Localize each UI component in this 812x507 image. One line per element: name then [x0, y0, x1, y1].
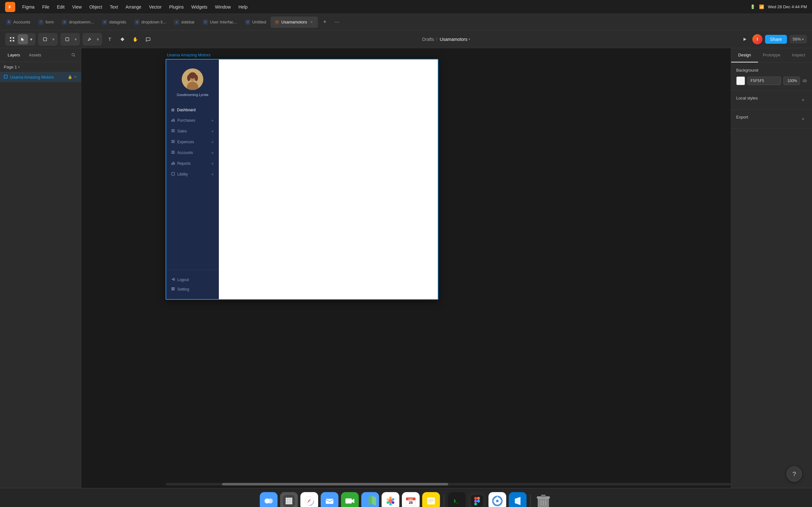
- background-color-swatch[interactable]: [736, 76, 745, 85]
- layer-usama-amazing-motors[interactable]: Usama Amazing Motors 🔒 👁: [0, 72, 81, 82]
- menu-text[interactable]: Text: [107, 3, 121, 11]
- tab-datagrids[interactable]: d datagrids: [98, 16, 130, 28]
- menu-widgets[interactable]: Widgets: [188, 3, 211, 11]
- dock-trash[interactable]: [535, 492, 552, 507]
- dock-terminal[interactable]: $_: [448, 492, 466, 507]
- logout-icon: [171, 278, 175, 282]
- help-button[interactable]: ?: [786, 466, 802, 482]
- breadcrumb-separator: /: [436, 37, 437, 42]
- tab-prototype[interactable]: Prototype: [758, 48, 785, 62]
- libility-nav-plus[interactable]: +: [211, 172, 214, 177]
- breadcrumb-drafts[interactable]: Drafts: [422, 37, 434, 42]
- expences-nav-plus[interactable]: +: [211, 139, 214, 145]
- tab-layers[interactable]: Layers: [4, 51, 24, 59]
- tab-inspect[interactable]: Inspect: [785, 48, 812, 62]
- svg-rect-58: [345, 498, 352, 504]
- shape-tool-dropdown[interactable]: ▾: [73, 34, 78, 44]
- layer-visible-icon[interactable]: 👁: [73, 75, 77, 79]
- tab-design[interactable]: Design: [731, 48, 758, 62]
- dock-photos[interactable]: [382, 492, 399, 507]
- menu-view[interactable]: View: [69, 3, 85, 11]
- purchases-nav-plus[interactable]: +: [211, 118, 214, 123]
- dock-notes[interactable]: [422, 492, 440, 507]
- accounts-nav-icon: [171, 151, 175, 155]
- tab-dropdownm[interactable]: d dropdownm...: [58, 16, 98, 28]
- background-hex-input[interactable]: F5F5F5: [748, 77, 781, 85]
- design-nav-sales[interactable]: Sales +: [166, 126, 219, 136]
- frame-tool[interactable]: [40, 34, 50, 44]
- tab-userinterface[interactable]: U User Interfac...: [199, 16, 241, 28]
- dock-safari[interactable]: [300, 492, 318, 507]
- dock-figma[interactable]: [468, 492, 486, 507]
- design-nav-setting[interactable]: Setting: [171, 285, 214, 294]
- background-visibility-toggle[interactable]: [803, 78, 807, 83]
- menu-vector[interactable]: Vector: [146, 3, 165, 11]
- menu-help[interactable]: Help: [235, 3, 251, 11]
- tab-usamamotors-close[interactable]: ✕: [309, 20, 314, 25]
- tab-assets[interactable]: Assets: [25, 51, 45, 59]
- canvas-area[interactable]: Usama Amazing Motors: [81, 48, 731, 488]
- svg-rect-26: [171, 151, 175, 152]
- menu-object[interactable]: Object: [86, 3, 105, 11]
- design-nav-libility[interactable]: Libility +: [166, 169, 219, 180]
- local-styles-add-button[interactable]: +: [799, 96, 807, 104]
- grid-tool[interactable]: [7, 34, 17, 44]
- hand-tool[interactable]: ✋: [130, 34, 140, 44]
- design-nav-reports[interactable]: Reports +: [166, 158, 219, 169]
- tab-usamamotors[interactable]: U Usamamotors ✕: [270, 16, 318, 28]
- svg-rect-56: [326, 499, 334, 504]
- dock-mail[interactable]: [321, 492, 339, 507]
- design-nav-dashboard[interactable]: ⊞ Dashboard: [166, 105, 219, 115]
- menu-edit[interactable]: Edit: [54, 3, 67, 11]
- pen-tool[interactable]: [84, 34, 95, 44]
- canvas-scrollbar-thumb[interactable]: [222, 483, 448, 486]
- dock-facetime[interactable]: [341, 492, 359, 507]
- comment-tool[interactable]: [143, 34, 153, 44]
- sales-nav-plus[interactable]: +: [211, 129, 214, 134]
- menu-file[interactable]: File: [39, 3, 53, 11]
- accounts-nav-plus[interactable]: +: [211, 150, 214, 155]
- dock-chrome[interactable]: [489, 492, 506, 507]
- reports-nav-plus[interactable]: +: [211, 161, 214, 166]
- share-button[interactable]: Share: [765, 35, 787, 44]
- design-nav-expences[interactable]: Expences +: [166, 136, 219, 147]
- tab-accounts[interactable]: A Accounts: [3, 16, 34, 28]
- tab-untitled[interactable]: U Untitled: [241, 16, 270, 28]
- file-dropdown-icon[interactable]: ▾: [468, 38, 470, 41]
- tool-group-pen: ▾: [83, 33, 102, 46]
- zoom-control[interactable]: 56% ▾: [790, 35, 807, 43]
- dock-launchpad[interactable]: [280, 492, 298, 507]
- canvas-scrollbar[interactable]: [165, 483, 731, 486]
- component-tool[interactable]: [117, 34, 128, 44]
- svg-point-43: [286, 498, 288, 500]
- dock-finder[interactable]: [260, 492, 277, 507]
- layer-search-icon[interactable]: [69, 51, 77, 59]
- shape-tool[interactable]: [62, 34, 72, 44]
- design-nav-bottom: Logout Setting: [166, 270, 219, 299]
- tab-dropdownl[interactable]: d dropdown li...: [131, 16, 170, 28]
- tab-overflow-button[interactable]: ⋯: [332, 17, 342, 27]
- menu-arrange[interactable]: Arrange: [122, 3, 145, 11]
- design-nav-logout[interactable]: Logout: [171, 275, 214, 285]
- background-opacity-input[interactable]: 100%: [783, 77, 800, 85]
- dock-calendar[interactable]: DEC 28: [402, 492, 420, 507]
- text-tool[interactable]: T: [105, 34, 115, 44]
- menu-figma[interactable]: Figma: [19, 3, 38, 11]
- menu-window[interactable]: Window: [212, 3, 234, 11]
- tab-sidebar[interactable]: s sidebar: [170, 16, 199, 28]
- dock-maps[interactable]: [361, 492, 379, 507]
- pen-tool-dropdown[interactable]: ▾: [95, 34, 100, 44]
- file-name-group[interactable]: Usamamotors ▾: [440, 37, 470, 42]
- design-nav-accounts[interactable]: Accounts +: [166, 147, 219, 158]
- page-selector[interactable]: Page 1 ▾: [0, 62, 81, 72]
- menu-plugins[interactable]: Plugins: [166, 3, 187, 11]
- move-tool[interactable]: [18, 34, 28, 44]
- move-tool-dropdown[interactable]: ▾: [29, 34, 34, 44]
- export-add-button[interactable]: +: [799, 115, 807, 123]
- tab-add-button[interactable]: +: [320, 17, 330, 27]
- dock-vscode[interactable]: [509, 492, 526, 507]
- design-nav-purchases[interactable]: Purchases +: [166, 115, 219, 126]
- play-button[interactable]: [740, 34, 750, 44]
- frame-tool-dropdown[interactable]: ▾: [51, 34, 56, 44]
- tab-form[interactable]: f form: [35, 16, 57, 28]
